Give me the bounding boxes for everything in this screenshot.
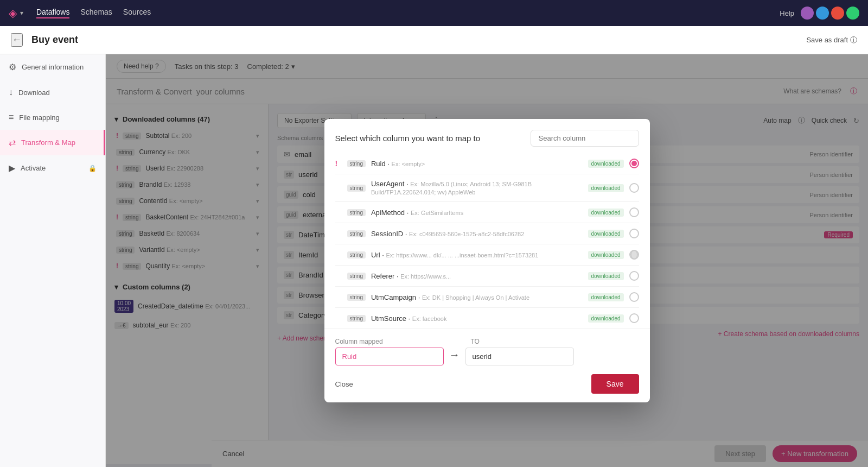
to-label: TO — [471, 338, 574, 345]
nav-link-dataflows[interactable]: Dataflows — [36, 8, 69, 18]
user-avatars — [801, 7, 859, 20]
dialog-footer: Column mapped → TO Close Save — [324, 329, 650, 402]
downloaded-badge-url: downloaded — [588, 251, 624, 259]
avatar-1 — [801, 7, 814, 20]
radio-sessionid[interactable] — [629, 229, 639, 238]
dialog-row-utmcampaign[interactable]: ! string UtmCampaign · Ex: DK | Shopping… — [335, 287, 639, 308]
dialog-row-sessionid[interactable]: ! string SessionID · Ex: c0495659-560e-1… — [335, 223, 639, 244]
downloaded-badge-referer: downloaded — [588, 272, 624, 280]
close-dialog-button[interactable]: Close — [335, 380, 353, 388]
logo-icon: ◈ — [9, 7, 17, 20]
dialog-row-useragent[interactable]: ! string UserAgent · Ex: Mozilla/5.0 (Li… — [335, 174, 639, 202]
column-mapped-label: Column mapped — [335, 338, 444, 345]
dialog-row-apimethod[interactable]: ! string ApiMethod · Ex: GetSimilarItems… — [335, 202, 639, 223]
main-layout: ⚙ General information ↓ Download ≡ File … — [0, 54, 868, 467]
nav-links: Dataflows Schemas Sources — [36, 8, 151, 18]
logo-chevron[interactable]: ▾ — [20, 9, 23, 17]
radio-useragent[interactable] — [629, 183, 639, 193]
dialog-header: Select which column you want to map to — [324, 119, 650, 153]
avatar-4 — [846, 7, 859, 20]
sidebar-item-activate[interactable]: ▶ Activate 🔒 — [0, 155, 105, 181]
page-title: Buy event — [31, 34, 78, 46]
radio-apimethod[interactable] — [629, 207, 639, 217]
dialog-row-referer[interactable]: ! string Referer · Ex: https://www.s... … — [335, 266, 639, 287]
downloaded-badge-session: downloaded — [588, 230, 624, 238]
to-column-input[interactable] — [465, 348, 574, 365]
nav-link-schemas[interactable]: Schemas — [80, 8, 112, 18]
dialog-actions: Close Save — [335, 374, 639, 394]
sidebar-item-general-information[interactable]: ⚙ General information — [0, 54, 105, 80]
dialog-row-url[interactable]: ! string Url · Ex: https://www... dk/...… — [335, 244, 639, 266]
warning-icon-ruid: ! — [335, 159, 342, 168]
mapped-column-input[interactable] — [335, 348, 444, 365]
sidebar-item-download[interactable]: ↓ Download — [0, 80, 105, 105]
info-icon: ⓘ — [850, 35, 857, 45]
back-button[interactable]: ← — [11, 33, 23, 47]
dialog-column-list: ! string Ruid · Ex: <empty> downloaded !… — [324, 153, 650, 329]
general-info-icon: ⚙ — [9, 62, 16, 72]
avatar-3 — [831, 7, 844, 20]
dialog-title: Select which column you want to map to — [335, 134, 481, 143]
file-mapping-icon: ≡ — [9, 112, 14, 122]
sidebar-item-file-mapping[interactable]: ≡ File mapping — [0, 105, 105, 130]
radio-ruid[interactable] — [629, 159, 639, 168]
activate-icon: ▶ — [9, 163, 15, 173]
column-mapping-dialog: Select which column you want to map to !… — [324, 119, 650, 402]
dialog-row-ruid[interactable]: ! string Ruid · Ex: <empty> downloaded — [335, 153, 639, 174]
top-navigation: ◈ ▾ Dataflows Schemas Sources Help — [0, 0, 868, 26]
lock-icon: 🔒 — [88, 165, 97, 172]
transform-icon: ⇄ — [9, 137, 16, 148]
downloaded-badge-api: downloaded — [588, 209, 624, 217]
radio-utmsource[interactable] — [629, 313, 639, 323]
page-header: ← Buy event Save as draft ⓘ — [0, 26, 868, 54]
downloaded-badge-utmsource: downloaded — [588, 314, 624, 323]
radio-url[interactable] — [629, 250, 639, 260]
downloaded-badge-ruid: downloaded — [588, 160, 624, 168]
modal-overlay: Select which column you want to map to !… — [106, 54, 868, 467]
search-column-input[interactable] — [531, 130, 639, 147]
save-mapping-button[interactable]: Save — [591, 374, 639, 394]
save-draft-button[interactable]: Save as draft ⓘ — [806, 35, 857, 45]
radio-referer[interactable] — [629, 271, 639, 281]
sidebar-item-transform-map[interactable]: ⇄ Transform & Map — [0, 130, 105, 155]
nav-right: Help — [780, 7, 859, 20]
downloaded-badge-ua: downloaded — [588, 184, 624, 192]
radio-utmcampaign[interactable] — [629, 292, 639, 302]
download-icon: ↓ — [9, 87, 13, 97]
downloaded-badge-utmcampaign: downloaded — [588, 293, 624, 301]
logo: ◈ ▾ — [9, 7, 23, 20]
avatar-2 — [816, 7, 829, 20]
help-link[interactable]: Help — [780, 9, 794, 17]
left-sidebar: ⚙ General information ↓ Download ≡ File … — [0, 54, 106, 467]
content-area: Need help ? Tasks on this step: 3 Comple… — [106, 54, 868, 467]
dialog-row-utmsource[interactable]: ! string UtmSource · Ex: facebook downlo… — [335, 308, 639, 329]
nav-link-sources[interactable]: Sources — [123, 8, 151, 18]
